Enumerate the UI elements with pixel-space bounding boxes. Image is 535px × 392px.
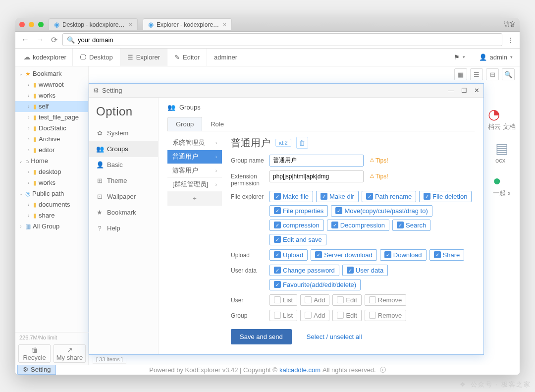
select-all-link[interactable]: Select / unselect all [307,333,362,340]
tree-item[interactable]: › ▮ DocStatic [15,123,88,134]
permission-check[interactable]: ✓Change password [269,265,339,276]
tree-item[interactable]: › ▮ wwwroot [15,79,88,90]
permission-check[interactable]: List [269,310,297,321]
permission-check[interactable]: ✓Move(copy/cute/past/drag to) [331,205,432,217]
share-button[interactable]: ↗My share [54,344,86,363]
permission-check[interactable]: ✓Path rename [362,191,416,202]
save-button[interactable]: Save and send [231,329,292,344]
dialog-titlebar[interactable]: ⚙ Setting — ☐ ✕ [89,84,483,98]
option-item-groups[interactable]: 👥Groups [89,141,158,157]
permission-check[interactable]: ✓File properties [269,205,328,217]
maximize-dot[interactable] [38,22,44,27]
tree-item[interactable]: › ▮ documents [15,199,88,210]
tree-section[interactable]: ⌄ ◎ Public path [15,188,88,199]
option-item-wallpaper[interactable]: ⊡Wallpaper [89,189,158,205]
permission-check[interactable]: ✓Favourite(add/edit/delete) [269,279,361,290]
menu-icon[interactable]: ⋮ [505,36,516,44]
tree-item[interactable]: › ▮ works [15,177,88,188]
footer-link[interactable]: kalcaddle.com [279,366,321,374]
tree-item[interactable]: › ▮ Archive [15,134,88,145]
permission-check[interactable]: ✓Upload [269,249,308,261]
tree-item[interactable]: › ▮ self [15,101,88,112]
option-item-system[interactable]: ✿System [89,125,158,141]
permission-check[interactable]: ✓compression [269,220,324,231]
permission-check[interactable]: ✓Server download [311,249,377,261]
view-list-button[interactable]: ☰ [470,68,483,80]
sublist-item[interactable]: 游客用户› [167,164,222,178]
permission-check[interactable]: Edit [332,310,361,321]
taskbar-setting[interactable]: ⚙ Setting [17,365,56,375]
option-item-theme[interactable]: ⊞Theme [89,173,158,189]
add-group-button[interactable]: + [167,192,222,206]
user-data-label: User data [231,265,269,274]
sublist-label: [群组管理员] [172,180,208,189]
option-item-bookmark[interactable]: ★Bookmark [89,205,158,221]
tips-link[interactable]: Tips! [370,173,388,180]
permission-check[interactable]: ✓File deletion [419,191,472,202]
permission-check[interactable]: ✓Share [429,249,465,261]
permission-check[interactable]: ✓Make file [269,191,313,202]
permission-check[interactable]: Edit [332,294,361,306]
address-input[interactable] [78,36,498,44]
tree-section[interactable]: ⌄ ⌂ Home [15,156,88,167]
tree-item[interactable]: › ▮ test_file_page [15,112,88,123]
close-icon[interactable]: × [223,21,226,28]
pane-tab-role[interactable]: Role [202,117,232,131]
tree-item[interactable]: › ▮ works [15,90,88,101]
flag-menu[interactable]: ⚑▾ [447,49,472,66]
desktop-icon: 🖵 [80,54,86,61]
tab-adminer[interactable]: adminer [207,49,244,66]
back-icon[interactable]: ← [19,35,31,44]
permission-check[interactable]: ✓Download [380,249,427,261]
tree-item[interactable]: › ▮ desktop [15,167,88,177]
view-icons-button[interactable]: ▦ [454,68,467,80]
checkbox-icon [337,312,344,319]
recycle-button[interactable]: 🗑Recycle [18,344,51,363]
maximize-icon[interactable]: ☐ [461,87,467,94]
sublist-item[interactable]: 普通用户› [167,150,222,164]
permission-check[interactable]: List [269,294,297,306]
forward-icon[interactable]: → [34,35,46,44]
close-icon[interactable]: ✕ [474,87,480,94]
permission-check[interactable]: ✓User data [342,265,388,276]
tips-link[interactable]: Tips! [370,157,388,164]
view-tree-button[interactable]: ⊟ [486,68,499,80]
option-item-help[interactable]: ?Help [89,221,158,236]
permission-check[interactable]: ✓Edit and save [269,234,326,245]
reload-icon[interactable]: ⟳ [49,35,59,45]
permission-check[interactable]: ✓Decompression [327,220,389,231]
address-input-wrap[interactable]: 🔍 [62,33,502,46]
tree-item[interactable]: › ▮ share [15,210,88,221]
browser-tab-1[interactable]: ◉ Desktop - kodexplorer - Powe × [49,18,138,30]
pane-tab-group[interactable]: Group [167,117,202,131]
minimize-icon[interactable]: — [448,87,454,94]
sublist-item[interactable]: 系统管理员› [167,136,222,150]
sublist-item[interactable]: [群组管理员]› [167,178,222,192]
permission-check[interactable]: Remove [365,294,406,306]
group-name-input[interactable] [269,155,364,167]
browser-tab-2[interactable]: ◉ Explorer - kodexplorer - Powe × [143,18,232,30]
user-menu[interactable]: 👤 admin ▾ [472,49,520,66]
tab-desktop[interactable]: 🖵 Desktop [72,49,120,66]
info-icon[interactable]: i [380,367,386,373]
extension-label: Extension permission [231,170,269,187]
tree-section[interactable]: › ▥ All Group [15,221,88,232]
options-sidebar: Option ✿System👥Groups👤Basic⊞Theme⊡Wallpa… [89,98,159,354]
tab-editor[interactable]: ✎ Editor [167,49,207,66]
search-button[interactable]: 🔍 [502,68,515,80]
permission-check[interactable]: Remove [365,310,406,321]
close-icon[interactable]: × [129,21,132,28]
extension-input[interactable] [269,170,364,182]
tree-section[interactable]: ⌄ ★ Bookmark [15,68,88,79]
delete-button[interactable]: 🗑 [296,137,308,149]
tree-item[interactable]: › ▮ editor [15,145,88,156]
minimize-dot[interactable] [29,22,34,27]
permission-check[interactable]: ✓Make dir [316,191,359,202]
permission-check[interactable]: Add [300,310,329,321]
permission-check[interactable]: Add [300,294,329,306]
permission-check[interactable]: ✓Search [392,220,430,231]
tab-explorer-label: Explorer [136,54,160,61]
close-dot[interactable] [19,22,25,27]
option-item-basic[interactable]: 👤Basic [89,157,158,173]
tab-explorer[interactable]: ☰ Explorer [120,49,167,66]
